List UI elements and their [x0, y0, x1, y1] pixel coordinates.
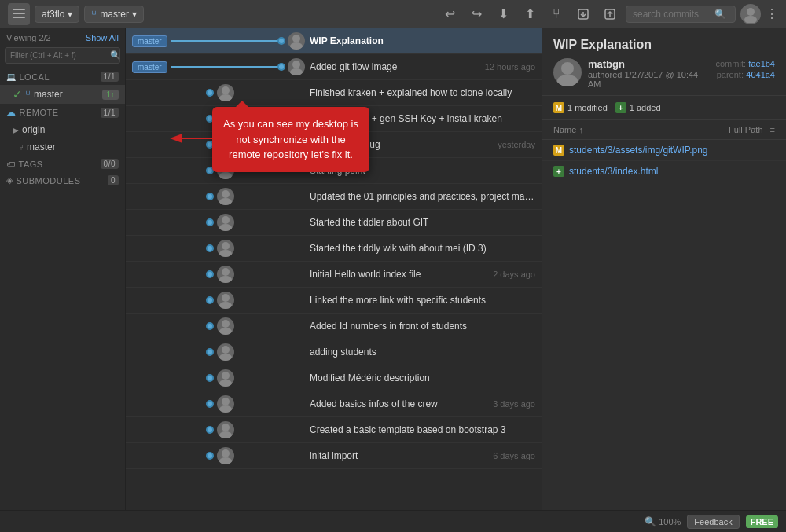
commit-row[interactable]: master Added git flow image 12 hours ago	[126, 54, 542, 80]
svg-point-38	[219, 405, 232, 413]
submodules-count: 0	[108, 175, 119, 185]
commit-tag-master-wip[interactable]: master	[132, 35, 167, 47]
author-row: matbgn authored 1/27/2017 @ 10:44 AM com…	[553, 58, 775, 89]
author-avatar	[553, 58, 582, 86]
svg-rect-2	[13, 17, 25, 18]
search-input[interactable]	[633, 9, 711, 20]
commit-time: 6 days ago	[493, 451, 535, 460]
user-avatar[interactable]	[740, 4, 761, 24]
commit-time: 3 days ago	[493, 399, 535, 409]
list-view-icon[interactable]: ≡	[770, 125, 775, 134]
submodules-label: SUBMODULES	[17, 176, 81, 185]
commit-message: Added basics infos of the crew	[310, 398, 488, 409]
svg-point-36	[219, 380, 232, 387]
svg-point-11	[292, 61, 300, 68]
fetch-button[interactable]	[572, 3, 594, 25]
commit-avatar	[217, 84, 234, 101]
file-added-icon: +	[553, 166, 564, 177]
commit-hash-row: commit: fae1b4	[716, 58, 776, 69]
commit-row[interactable]: Added Id numbers in front of students	[126, 314, 542, 339]
modified-icon: M	[553, 102, 564, 113]
files-list: M students/3/assets/img/gitWIP.png + stu…	[542, 140, 786, 532]
app-logo[interactable]	[8, 3, 30, 25]
free-badge: FREE	[746, 515, 778, 528]
push-button[interactable]	[599, 3, 621, 25]
download-button[interactable]: ⬇	[492, 3, 514, 25]
parent-hash: 4041a4	[746, 70, 775, 79]
tag-icon: 🏷	[6, 160, 16, 169]
undo-button[interactable]: ↩	[439, 3, 461, 25]
modified-stat: M 1 modified	[553, 102, 608, 113]
commit-info: Updated the 01 principles and practices,…	[310, 191, 535, 202]
commit-row[interactable]: Linked the more link with specific stude…	[126, 288, 542, 314]
git-button[interactable]: ⑂	[545, 3, 567, 25]
commit-message: Initial Hello world index file	[310, 269, 488, 280]
commit-time: 12 hours ago	[485, 62, 535, 72]
files-header: Name ↑ Full Path ≡	[542, 120, 786, 140]
branch-chevron: ▾	[132, 9, 137, 20]
commit-avatar	[217, 266, 234, 283]
commit-tag-master[interactable]: master	[132, 61, 167, 73]
commit-info: Linked the more link with specific stude…	[310, 295, 535, 306]
file-item-modified[interactable]: M students/3/assets/img/gitWIP.png	[542, 140, 786, 161]
local-label: LOCAL	[20, 72, 50, 82]
svg-point-21	[222, 190, 230, 198]
file-item-added[interactable]: + students/3/index.html	[542, 161, 786, 182]
commit-graph-cell	[132, 369, 305, 387]
commit-list: master WIP Explanation master	[126, 28, 542, 532]
feedback-button[interactable]: Feedback	[687, 515, 739, 529]
svg-point-25	[222, 242, 230, 250]
branch-selector[interactable]: ⑂ master ▾	[84, 6, 144, 23]
commit-graph-cell	[132, 188, 305, 205]
upload-button[interactable]: ⬆	[519, 3, 541, 25]
svg-point-14	[219, 94, 232, 101]
author-date: authored 1/27/2017 @ 10:44 AM	[588, 70, 710, 89]
filter-input[interactable]	[10, 51, 110, 60]
svg-point-35	[222, 372, 230, 380]
filter-search-icon: 🔍	[110, 50, 121, 61]
viewing-info: Viewing 2/2 Show All	[0, 28, 125, 47]
repo-selector[interactable]: at3flo ▾	[35, 6, 79, 23]
commit-graph-cell: master	[132, 32, 305, 50]
commit-row[interactable]: Started the tiddler about GIT	[126, 210, 542, 236]
more-options[interactable]: ⋮	[766, 6, 778, 21]
repo-name: at3flo	[42, 9, 64, 20]
svg-point-40	[219, 431, 232, 438]
bottom-bar: 🔍 100% Feedback FREE	[0, 510, 786, 532]
commit-row[interactable]: Updated the 01 principles and practices,…	[126, 184, 542, 210]
parent-hash-row: parent: 4041a4	[716, 69, 776, 80]
checkmark-icon: ✓	[13, 88, 22, 101]
sort-arrow[interactable]: ↑	[578, 125, 583, 134]
sidebar-item-master-remote[interactable]: ⑂ master	[0, 138, 125, 156]
svg-point-42	[219, 457, 232, 464]
full-path-column: Full Path ≡	[729, 125, 775, 134]
commit-row[interactable]: Started the tiddly wik with about mei (I…	[126, 236, 542, 262]
redo-button[interactable]: ↪	[465, 3, 487, 25]
chevron-icon-origin: ▶	[13, 126, 19, 134]
branch-icon-remote: ⑂	[19, 143, 24, 152]
commit-avatar	[217, 240, 234, 257]
sidebar-item-origin[interactable]: ▶ origin	[0, 121, 125, 138]
added-stat: + 1 added	[615, 102, 661, 113]
viewing-count: Viewing 2/2	[6, 33, 51, 42]
commit-row[interactable]: Added basics infos of the crew 3 days ag…	[126, 391, 542, 417]
svg-point-31	[222, 320, 230, 328]
sidebar: Viewing 2/2 Show All 🔍 💻 LOCAL 1/1 ✓ ⑂ m…	[0, 28, 126, 532]
commit-row[interactable]: inital import 6 days ago	[126, 443, 542, 469]
svg-point-43	[561, 62, 574, 75]
master-badge: 1↑	[102, 90, 119, 100]
file-modified-icon: M	[553, 145, 564, 156]
search-box[interactable]: 🔍	[626, 6, 736, 23]
commit-row[interactable]: Finished kraken + explained how to clone…	[126, 80, 542, 106]
show-all-button[interactable]: Show All	[86, 33, 119, 42]
commit-row[interactable]: adding students	[126, 339, 542, 365]
svg-point-39	[222, 424, 230, 431]
commit-message: Linked the more link with specific stude…	[310, 295, 535, 306]
svg-point-44	[557, 75, 578, 86]
commit-row[interactable]: Modified Médéric description	[126, 365, 542, 391]
branch-filter[interactable]: 🔍	[5, 47, 120, 64]
commit-row[interactable]: master WIP Explanation	[126, 28, 542, 54]
sidebar-item-master-local[interactable]: ✓ ⑂ master 1↑	[0, 85, 125, 104]
commit-row[interactable]: Created a basic template based on bootst…	[126, 417, 542, 443]
commit-row[interactable]: Initial Hello world index file 2 days ag…	[126, 262, 542, 288]
